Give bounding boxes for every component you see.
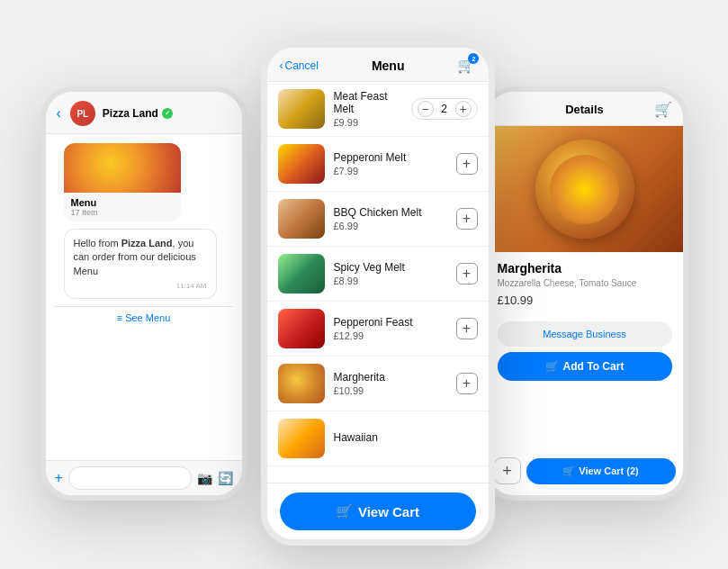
item-name: Hawaiian [334, 431, 469, 444]
food-image [278, 144, 325, 184]
product-actions: Message Business 🛒 Add To Cart [487, 316, 683, 386]
item-info: Pepperoni Feast £12.99 [334, 316, 447, 341]
add-item-button[interactable]: + [456, 318, 478, 339]
list-item: Spicy Veg Melt £8.99 + [267, 247, 489, 302]
back-arrow-icon[interactable]: ‹ [57, 105, 61, 122]
food-image [278, 419, 325, 458]
food-image [278, 309, 325, 348]
item-price: £12.99 [334, 330, 447, 341]
menu-card-subtitle: 17 Item [71, 208, 174, 217]
menu-card-image [64, 143, 181, 193]
camera-icon[interactable]: 📷 [197, 471, 212, 485]
item-info: Meat Feast Melt £9.99 [334, 90, 402, 128]
item-price: £7.99 [334, 166, 447, 176]
list-item: Margherita £10.99 + [267, 357, 489, 411]
item-name: BBQ Chicken Melt [334, 206, 447, 219]
pizza-thumbnail [64, 143, 181, 193]
cart-count-badge: 2 [468, 53, 479, 64]
food-image [278, 254, 325, 294]
item-name: Pepperoni Melt [334, 151, 447, 164]
message-business-button[interactable]: Message Business [498, 321, 672, 347]
add-item-button[interactable]: + [456, 208, 478, 230]
list-item: Pepperoni Melt £7.99 + [267, 137, 489, 192]
pizza-slice [550, 155, 619, 224]
food-image [278, 364, 325, 403]
menu-list: Meat Feast Melt £9.99 − 2 + [267, 82, 489, 483]
sticker-icon[interactable]: 🔄 [218, 471, 233, 485]
phone-chat: ‹ PL Pizza Land ✓ Menu 17 Item [40, 86, 247, 501]
message-business-label: Message Business [543, 329, 625, 339]
item-info: Spicy Veg Melt £8.99 [334, 261, 447, 286]
chat-message-bubble: Hello from Pizza Land, you can order fro… [64, 229, 217, 299]
view-cart-label: View Cart (2) [579, 465, 638, 476]
business-name: Pizza Land ✓ [103, 107, 231, 120]
add-attachment-icon[interactable]: + [55, 470, 63, 486]
pizza-image [487, 126, 683, 252]
details-header: Details 🛒 [487, 92, 683, 126]
cancel-button[interactable]: ‹ Cancel [280, 59, 319, 72]
list-item: Pepperoni Feast £12.99 + [267, 302, 489, 357]
item-info: Margherita £10.99 [334, 371, 447, 396]
increment-button[interactable]: + [455, 101, 472, 117]
chat-text-before: Hello from [74, 238, 121, 248]
product-description: Mozzarella Cheese, Tomato Sauce [498, 277, 672, 290]
quantity-control: − 2 + [411, 98, 478, 120]
bottom-action-bar: + 🛒 View Cart (2) [494, 457, 676, 484]
add-to-cart-button[interactable]: 🛒 Add To Cart [498, 352, 672, 381]
item-action: + [456, 208, 478, 230]
decrement-button[interactable]: − [418, 101, 434, 117]
item-action: + [456, 373, 478, 394]
cart-icon: 🛒 [562, 465, 575, 477]
view-cart-label: View Cart [358, 504, 419, 519]
product-name: Margherita [498, 261, 672, 275]
chat-input-bar: + 📷 🔄 [46, 460, 242, 495]
item-info: Hawaiian [334, 431, 469, 446]
menu-header: ‹ Cancel Menu 🛒 2 [267, 48, 489, 82]
view-cart-button[interactable]: 🛒 View Cart (2) [526, 458, 676, 484]
back-chevron-icon: ‹ [280, 59, 283, 72]
view-cart-bar: 🛒 View Cart [267, 483, 489, 539]
add-to-cart-label: Add To Cart [563, 360, 625, 373]
add-item-button[interactable]: + [456, 153, 478, 175]
item-info: Pepperoni Melt £7.99 [334, 151, 447, 176]
item-price: £8.99 [334, 275, 447, 286]
view-cart-button[interactable]: 🛒 View Cart [280, 492, 476, 530]
item-price: £10.99 [334, 385, 447, 396]
quantity-add-button[interactable]: + [494, 457, 521, 484]
add-item-button[interactable]: + [456, 373, 478, 394]
pizza-avatar: PL [70, 101, 95, 126]
product-info: Margherita Mozzarella Cheese, Tomato Sau… [487, 252, 683, 316]
add-item-button[interactable]: + [456, 263, 478, 284]
food-image [278, 199, 325, 239]
cart-icon[interactable]: 🛒 2 [457, 57, 475, 74]
product-price: £10.99 [498, 294, 672, 307]
menu-card-info: Menu 17 Item [64, 193, 181, 221]
chat-input[interactable] [68, 466, 192, 490]
cart-icon[interactable]: 🛒 [654, 101, 672, 118]
scene: ‹ PL Pizza Land ✓ Menu 17 Item [13, 14, 715, 555]
menu-title: Menu [372, 59, 405, 73]
item-action: + [456, 318, 478, 339]
verified-icon: ✓ [162, 108, 173, 119]
see-menu-button[interactable]: ≡ See Menu [55, 306, 233, 327]
chat-bold-name: Pizza Land [121, 238, 173, 248]
item-name: Meat Feast Melt [334, 90, 402, 115]
item-info: BBQ Chicken Melt £6.99 [334, 206, 447, 231]
cart-icon: 🛒 [545, 360, 559, 373]
item-name: Spicy Veg Melt [334, 261, 447, 274]
list-item: BBQ Chicken Melt £6.99 + [267, 192, 489, 247]
item-name: Margherita [334, 371, 447, 384]
item-name: Pepperoni Feast [334, 316, 447, 329]
phone-details: Details 🛒 Margherita Mozzarella Cheese, … [481, 86, 688, 501]
phone-menu: ‹ Cancel Menu 🛒 2 Meat Feast Melt £9.99 [261, 41, 495, 546]
details-title: Details [516, 103, 654, 116]
item-action: − 2 + [411, 98, 478, 120]
food-image [278, 89, 325, 129]
item-price: £6.99 [334, 221, 447, 231]
item-action: + [456, 153, 478, 175]
item-price: £9.99 [334, 117, 402, 128]
chat-body: Menu 17 Item Hello from Pizza Land, you … [46, 134, 242, 460]
menu-preview-card[interactable]: Menu 17 Item [64, 143, 181, 221]
quantity-display: 2 [439, 103, 450, 115]
list-item: Meat Feast Melt £9.99 − 2 + [267, 82, 489, 137]
